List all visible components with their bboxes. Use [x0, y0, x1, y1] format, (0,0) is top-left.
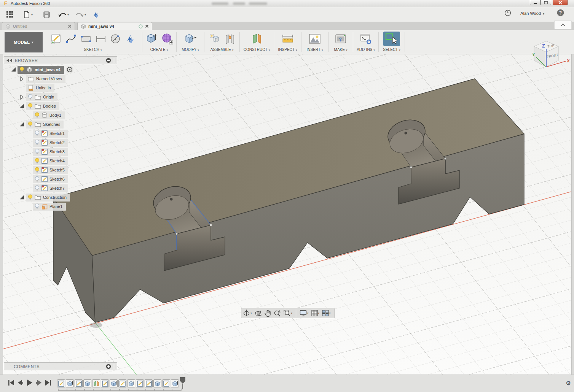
browser-panel-header[interactable]: BROWSER	[4, 56, 117, 64]
maximize-button[interactable]	[541, 0, 551, 5]
make-3dprint-button[interactable]	[335, 33, 347, 44]
timeline-feature-sketch[interactable]	[118, 379, 126, 387]
timeline-feature-sketch[interactable]	[162, 379, 170, 387]
browser-item-sketches[interactable]: Sketches	[4, 120, 73, 129]
step-forward-button[interactable]	[36, 380, 42, 386]
timeline-feature-extrude[interactable]	[83, 379, 91, 387]
expander-open-icon[interactable]	[19, 122, 25, 127]
timeline-feature-plane[interactable]	[92, 379, 100, 387]
new-component-button[interactable]	[209, 33, 222, 45]
timeline-playhead[interactable]	[179, 377, 186, 389]
select-button[interactable]	[383, 32, 400, 46]
browser-item-sketch1[interactable]: Sketch1	[4, 129, 73, 138]
insert-image-button[interactable]	[309, 33, 321, 44]
construct-plane-button[interactable]	[251, 33, 263, 45]
visibility-bulb-on-icon[interactable]	[28, 121, 33, 127]
inspect-group-label[interactable]: INSPECT	[274, 48, 301, 52]
browser-item-sketch2[interactable]: Sketch2	[4, 138, 73, 147]
undo-button[interactable]	[58, 10, 67, 19]
viewport[interactable]	[0, 54, 574, 375]
browser-item-units[interactable]: Units: in	[4, 83, 73, 92]
expander-open-icon[interactable]	[19, 195, 25, 200]
go-to-end-button[interactable]	[45, 380, 51, 386]
expander-open-icon[interactable]	[19, 103, 25, 109]
addins-group-label[interactable]: ADD-INS	[353, 48, 378, 52]
visibility-bulb-off-icon[interactable]	[35, 176, 40, 182]
browser-item-root[interactable]: mini_jaws v4	[4, 65, 73, 74]
comments-panel-header[interactable]: COMMENTS	[4, 362, 117, 370]
browser-item-sketch3[interactable]: Sketch3	[4, 147, 73, 156]
zoom-button[interactable]	[274, 310, 281, 317]
create-form-button[interactable]	[161, 33, 173, 45]
settings-gear-button[interactable]: ⚙	[566, 380, 571, 387]
file-menu-caret-icon[interactable]: ▾	[31, 13, 33, 16]
construct-group-label[interactable]: CONSTRUCT	[240, 48, 274, 52]
joint-button[interactable]	[225, 33, 235, 45]
fusion-bolt-icon[interactable]	[125, 33, 136, 44]
pan-button[interactable]	[265, 310, 271, 317]
timeline-feature-extrude[interactable]	[110, 379, 118, 387]
make-group-label[interactable]: MAKE	[329, 48, 352, 52]
browser-item-sketch7[interactable]: Sketch7	[4, 184, 73, 193]
tab-untitled[interactable]: Untitled	[2, 22, 75, 30]
timeline-feature-sketch[interactable]	[75, 379, 83, 387]
select-group-label[interactable]: SELECT	[379, 48, 404, 52]
fusion-sync-button[interactable]	[91, 10, 100, 19]
visibility-bulb-off-icon[interactable]	[35, 203, 40, 209]
model-body1[interactable]	[53, 79, 524, 322]
timeline-feature-sketch[interactable]	[101, 379, 109, 387]
timeline-feature-extrude[interactable]	[153, 379, 161, 387]
collapse-browser-icon[interactable]	[6, 59, 13, 62]
expander-closed-icon[interactable]	[19, 76, 25, 82]
browser-item-bodies[interactable]: Bodies	[4, 102, 73, 111]
close-tab-icon[interactable]	[68, 24, 72, 28]
app-grid-button[interactable]	[5, 10, 14, 19]
create-sketch-button[interactable]	[51, 33, 62, 44]
play-button[interactable]	[27, 379, 33, 386]
panel-grip[interactable]	[113, 58, 115, 63]
view-cube[interactable]: TOP FRONT X Y Z	[529, 35, 573, 79]
spline-button[interactable]	[65, 33, 77, 44]
timeline-feature-sketch[interactable]	[136, 379, 144, 387]
timeline-feature-extrude[interactable]	[171, 379, 179, 387]
create-group-label[interactable]: CREATE	[142, 48, 176, 52]
add-comment-icon[interactable]	[106, 364, 111, 369]
tab-mini-jaws-v4[interactable]: mini_jaws v4	[77, 22, 152, 30]
browser-item-plane1[interactable]: Plane1	[4, 202, 73, 211]
dimension-button[interactable]	[95, 33, 107, 44]
timeline-feature-sketch[interactable]	[57, 379, 65, 387]
rectangle-button[interactable]	[80, 33, 92, 44]
timeline-feature-extrude[interactable]	[66, 379, 74, 387]
press-pull-button[interactable]	[184, 33, 197, 45]
visibility-bulb-off-icon[interactable]	[35, 149, 40, 155]
timeline-feature-extrude[interactable]	[127, 379, 135, 387]
activate-component-radio[interactable]	[66, 66, 73, 73]
modify-group-label[interactable]: MODIFY	[177, 48, 204, 52]
look-at-button[interactable]	[255, 310, 262, 316]
addins-button[interactable]	[360, 33, 372, 44]
sketch-group-label[interactable]: SKETCH	[44, 48, 142, 52]
browser-item-body1[interactable]: Body1	[4, 111, 73, 120]
panel-grip[interactable]	[113, 364, 115, 369]
browser-item-named-views[interactable]: Named Views	[4, 74, 73, 83]
job-status-button[interactable]	[504, 10, 511, 16]
browser-item-construction[interactable]: Construction	[4, 193, 73, 202]
visibility-bulb-off-icon[interactable]	[28, 94, 33, 100]
toolbar-collapse-button[interactable]	[554, 20, 572, 29]
zoom-window-button[interactable]: ▾	[284, 310, 293, 317]
visibility-bulb-off-icon[interactable]	[35, 130, 40, 136]
undo-caret-icon[interactable]: ▾	[67, 13, 69, 16]
visibility-bulb-off-icon[interactable]	[35, 140, 40, 146]
visibility-bulb-on-icon[interactable]	[35, 158, 40, 164]
minimize-button[interactable]	[530, 0, 541, 5]
orbit-button[interactable]: ▾	[243, 309, 252, 317]
assemble-group-label[interactable]: ASSEMBLE	[204, 48, 239, 52]
step-back-button[interactable]	[18, 380, 23, 386]
go-to-start-button[interactable]	[8, 380, 14, 386]
visibility-bulb-on-icon[interactable]	[35, 112, 40, 118]
grid-settings-button[interactable]: ▾	[311, 310, 320, 316]
visibility-bulb-on-icon[interactable]	[28, 103, 33, 109]
browser-item-sketch4[interactable]: Sketch4	[4, 156, 73, 165]
user-menu[interactable]: Alan Wood	[520, 11, 544, 16]
save-button[interactable]	[42, 10, 51, 19]
